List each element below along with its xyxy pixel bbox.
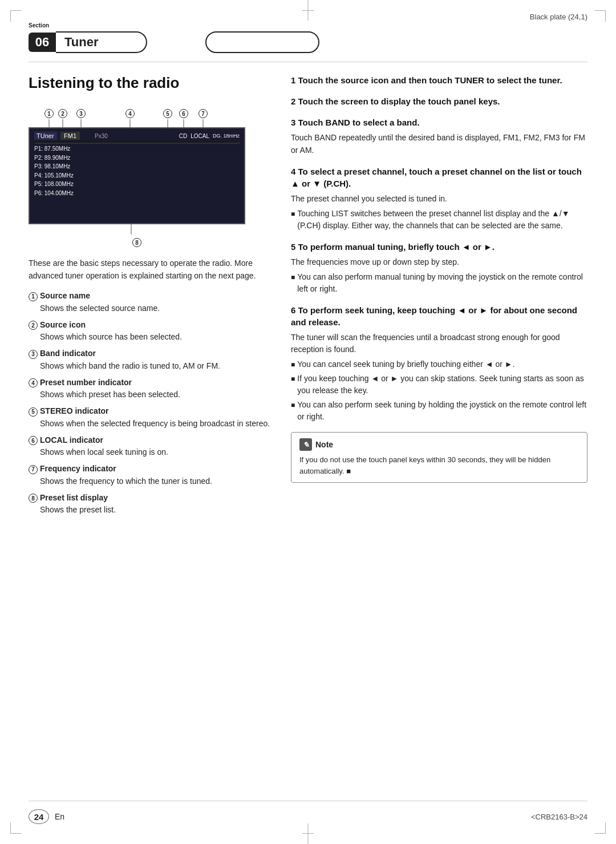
item-circle-6: 6 [29,436,38,445]
num-label-8: 8 [132,238,141,247]
step-block-3: 3 Touch BAND to select a band. Touch BAN… [291,116,587,156]
bullet-mark: ■ [291,400,295,423]
item-heading-2: Source icon [40,320,86,329]
screen-preset-item-3: P3: 98.10MHz [34,162,240,171]
note-label: Note [315,440,333,449]
item-desc-7: Shows the frequency to which the tuner i… [29,475,274,487]
page-number: 24 [29,809,49,824]
page-title: Listening to the radio [29,74,274,92]
item-block-5: 5 STEREO indicator Shows when the select… [29,406,274,430]
step-body-3: Touch BAND repeatedly until the desired … [291,132,587,156]
bullet-mark: ■ [291,272,295,295]
bullet-text: If you keep touching ◄ or ► you can skip… [297,373,587,397]
screen-source-name: TUner [34,132,57,140]
item-block-1: 1 Source name Shows the selected source … [29,291,274,314]
item-desc-1: Shows the selected source name. [29,302,274,314]
top-right-label: Black plate (24,1) [530,13,587,21]
item-circle-2: 2 [29,321,38,330]
screen-top-row: TUner FM1 Px30 CD LOCAL DG. 18mHz [34,132,240,140]
step-bullet: ■ If you keep touching ◄ or ► you can sk… [291,373,587,397]
screen-preset-ind: Px30 [95,133,108,139]
item-circle-3: 3 [29,350,38,359]
intro-text: These are the basic steps necessary to o… [29,257,274,282]
item-circle-7: 7 [29,465,38,474]
main-content: Listening to the radio 1 2 3 4 5 6 7 [29,74,587,798]
item-circle-4: 4 [29,378,38,387]
item-title-6: 6 LOCAL indicator [29,435,274,446]
screen-icon-freq: DG. 18mHz [213,133,240,139]
item-title-4: 4 Preset number indicator [29,378,274,388]
corner-mark-tl [10,10,22,22]
screen-preset-item-6: P6: 104.00MHz [34,189,240,198]
num-labels-row: 1 2 3 4 5 6 7 [29,102,245,118]
item-circle-5: 5 [29,407,38,417]
section-label: Section [29,22,49,29]
item-title-8: 8 Preset list display [29,493,274,503]
right-column: 1 Touch the source icon and then touch T… [291,74,587,798]
diagram-lines-top [29,119,245,127]
header-divider [29,62,587,62]
step-heading-3: 3 Touch BAND to select a band. [291,116,587,128]
item-title-2: 2 Source icon [29,320,274,330]
item-heading-3: Band indicator [40,349,96,358]
item-block-4: 4 Preset number indicator Shows which pr… [29,378,274,401]
screen-preset-list: P1: 87.50MHz P2: 89.90MHz P3: 98.10MHz P… [34,144,240,197]
steps-container: 1 Touch the source icon and then touch T… [291,74,587,423]
item-heading-1: Source name [40,291,90,300]
num-label-2: 2 [58,109,67,119]
step-heading-2: 2 Touch the screen to display the touch … [291,95,587,107]
item-desc-3: Shows which band the radio is tuned to, … [29,360,274,372]
num-label-3: 3 [76,109,86,119]
item-title-7: 7 Frequency indicator [29,464,274,474]
step-block-4: 4 To select a preset channel, touch a pr… [291,165,587,232]
num-label-1: 1 [44,109,54,119]
header-right-box [205,31,319,53]
step-bullet: ■ You can also perform manual tuning by … [291,271,587,295]
bullet-text: You can also perform manual tuning by mo… [297,271,587,295]
page-header: Section 06 Tuner [29,31,147,53]
step-heading-4: 4 To select a preset channel, touch a pr… [291,165,587,189]
item-heading-4: Preset number indicator [40,378,132,387]
item-desc-2: Shows which source has been selected. [29,331,274,343]
num-label-4: 4 [125,109,135,119]
page-footer: 24 En <CRB2163-B>24 [29,809,587,824]
section-number-box: 06 [29,33,56,52]
step-heading-6: 6 To perform seek tuning, keep touching … [291,304,587,328]
bullet-mark: ■ [291,209,295,232]
step-block-6: 6 To perform seek tuning, keep touching … [291,304,587,423]
item-block-8: 8 Preset list display Shows the preset l… [29,493,274,516]
section-title-box: Tuner [56,31,147,53]
step-block-5: 5 To perform manual tuning, briefly touc… [291,241,587,295]
bullet-text: Touching LIST switches between the prese… [297,208,587,232]
bullet-mark: ■ [291,374,295,397]
note-text: If you do not use the touch panel keys w… [299,454,579,476]
step-heading-1: 1 Touch the source icon and then touch T… [291,74,587,86]
step-body-5: The frequencies move up or down step by … [291,256,587,269]
radio-diagram: 1 2 3 4 5 6 7 TUne [29,102,245,247]
note-header: ✎ Note [299,438,579,451]
item-heading-8: Preset list display [40,493,108,502]
screen-icons-right: CD LOCAL DG. 18mHz [179,133,240,139]
crosshair-bottom [308,823,309,844]
item-block-6: 6 LOCAL indicator Shows when local seek … [29,435,274,459]
step-body-4: The preset channel you selected is tuned… [291,193,587,205]
item-title-5: 5 STEREO indicator [29,406,274,417]
screen-preset-item-1: P1: 87.50MHz [34,144,240,154]
item-block-3: 3 Band indicator Shows which band the ra… [29,349,274,372]
bullet-text: You can also perform seek tuning by hold… [297,399,587,423]
item-desc-8: Shows the preset list. [29,504,274,516]
screen-preset-item-4: P4: 105.10MHz [34,171,240,180]
item-desc-4: Shows which preset has been selected. [29,389,274,401]
item-circle-8: 8 [29,494,38,503]
step-heading-5: 5 To perform manual tuning, briefly touc… [291,241,587,253]
screen-preset-item-2: P2: 89.90MHz [34,154,240,163]
step-bullet: ■ Touching LIST switches between the pre… [291,208,587,232]
item-title-3: 3 Band indicator [29,349,274,359]
bullet-text: You can cancel seek tuning by briefly to… [297,358,514,370]
item-desc-6: Shows when local seek tuning is on. [29,446,274,458]
num-label-5: 5 [163,109,172,119]
note-icon: ✎ [299,438,312,451]
footer-left: 24 En [29,809,64,824]
step-block-2: 2 Touch the screen to display the touch … [291,95,587,107]
diagram-line-bottom [29,224,245,235]
